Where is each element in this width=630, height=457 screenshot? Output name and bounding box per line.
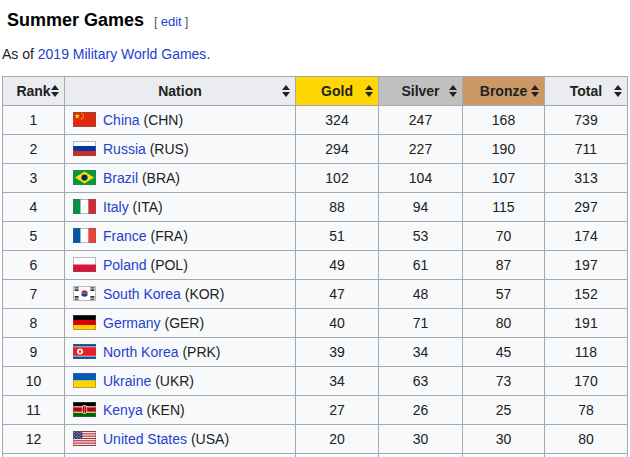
medal-table-body: 1China (CHN)3242471687392Russia (RUS)294… [3,106,628,457]
empty-cell [296,454,379,457]
nation-link[interactable]: Kenya [103,402,143,418]
flag-icon-ukraine [73,373,96,388]
rank-cell: 5 [3,222,65,251]
nation-cell: South Korea (KOR) [65,280,296,309]
silver-cell: 94 [379,193,463,222]
table-row: 6Poland (POL)496187197 [3,251,628,280]
nation-link[interactable]: South Korea [103,286,181,302]
flag-icon-united-states [73,431,96,446]
nation-cell: France (FRA) [65,222,296,251]
empty-cell [379,454,463,457]
nation-code: (UKR) [155,373,194,389]
nation-code: (KEN) [147,402,185,418]
page-title: Summer Games [7,10,144,30]
nation-cell: North Korea (PRK) [65,338,296,367]
nation-cell: Ukraine (UKR) [65,367,296,396]
gold-cell: 39 [296,338,379,367]
table-row: 7South Korea (KOR)474857152 [3,280,628,309]
gold-cell: 294 [296,135,379,164]
total-cell: 297 [545,193,628,222]
gold-cell: 20 [296,425,379,454]
nation-cell: Brazil (BRA) [65,164,296,193]
bronze-cell: 45 [463,338,545,367]
sort-icon[interactable] [530,85,539,97]
nation-code: (USA) [191,431,229,447]
silver-cell: 63 [379,367,463,396]
sort-icon[interactable] [613,85,622,97]
gold-cell: 27 [296,396,379,425]
subtitle-link[interactable]: 2019 Military World Games [38,46,207,62]
column-header-bronze[interactable]: Bronze [463,77,545,106]
table-row: 4Italy (ITA)8894115297 [3,193,628,222]
flag-icon-kenya [73,402,96,417]
table-row: 8Germany (GER)407180191 [3,309,628,338]
rank-cell: 4 [3,193,65,222]
column-header-gold[interactable]: Gold [296,77,379,106]
nation-cell: Poland (POL) [65,251,296,280]
nation-link[interactable]: Brazil [103,170,138,186]
nation-code: (PRK) [182,344,220,360]
empty-cell [463,454,545,457]
edit-link[interactable]: edit [158,14,185,29]
table-row: 12United States (USA)20303080 [3,425,628,454]
silver-cell: 104 [379,164,463,193]
total-cell: 80 [545,425,628,454]
nation-link[interactable]: Ukraine [103,373,151,389]
bronze-cell: 107 [463,164,545,193]
total-cell: 197 [545,251,628,280]
bronze-cell: 73 [463,367,545,396]
edit-section: [edit] [154,14,188,29]
silver-cell: 48 [379,280,463,309]
column-label-silver: Silver [401,83,439,99]
nation-link[interactable]: United States [103,431,187,447]
sort-icon[interactable] [364,85,373,97]
gold-cell: 40 [296,309,379,338]
medal-table-header: Rank Nation Gold Silver Bronze Total [3,77,628,106]
flag-icon-poland [73,257,96,272]
nation-code: (FRA) [150,228,187,244]
nation-link[interactable]: Germany [103,315,161,331]
flag-icon-germany [73,315,96,330]
total-cell: 313 [545,164,628,193]
nation-link[interactable]: Poland [103,257,147,273]
sort-icon[interactable] [50,85,59,97]
column-header-total[interactable]: Total [545,77,628,106]
sort-icon[interactable] [281,85,290,97]
silver-cell: 71 [379,309,463,338]
nation-link[interactable]: Italy [103,199,129,215]
nation-link[interactable]: France [103,228,147,244]
bronze-cell: 57 [463,280,545,309]
silver-cell: 34 [379,338,463,367]
nation-code: (ITA) [133,199,163,215]
column-label-rank: Rank [16,83,50,99]
total-cell: 191 [545,309,628,338]
column-header-silver[interactable]: Silver [379,77,463,106]
total-cell: 174 [545,222,628,251]
nation-link[interactable]: North Korea [103,344,178,360]
rank-cell: 8 [3,309,65,338]
flag-icon-china [73,112,96,127]
subtitle-suffix: . [206,46,210,62]
subtitle: As of 2019 Military World Games. [2,45,630,63]
header-row: Rank Nation Gold Silver Bronze Total [3,77,628,106]
column-header-rank[interactable]: Rank [3,77,65,106]
nation-cell: United States (USA) [65,425,296,454]
sort-icon[interactable] [448,85,457,97]
bronze-cell: 30 [463,425,545,454]
silver-cell: 227 [379,135,463,164]
nation-link[interactable]: Russia [103,141,146,157]
nation-cell: China (CHN) [65,106,296,135]
table-row: 1China (CHN)324247168739 [3,106,628,135]
nation-cell: Russia (RUS) [65,135,296,164]
column-label-gold: Gold [321,83,353,99]
gold-cell: 102 [296,164,379,193]
empty-cell [65,454,296,457]
nation-code: (POL) [150,257,187,273]
column-header-nation[interactable]: Nation [65,77,296,106]
empty-cell [545,454,628,457]
gold-cell: 49 [296,251,379,280]
rank-cell: 11 [3,396,65,425]
gold-cell: 88 [296,193,379,222]
nation-link[interactable]: China [103,112,140,128]
column-label-total: Total [570,83,602,99]
